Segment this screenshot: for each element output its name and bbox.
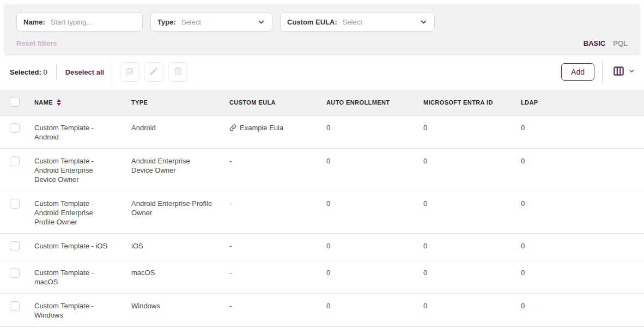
name-filter[interactable]: Name: [16,12,143,32]
row-checkbox-cell [0,241,34,253]
row-ldap: 0 [521,268,644,277]
mode-basic[interactable]: BASIC [584,39,605,47]
edit-button[interactable] [144,62,163,82]
toolbar-left: Selected: 0 Deselect all [10,60,192,83]
row-auto-enrollment: 0 [326,156,423,166]
row-custom-eula: - [229,199,326,208]
row-checkbox[interactable] [10,241,20,251]
row-auto-enrollment: 0 [326,199,423,208]
row-microsoft-entra-id: 0 [423,199,521,208]
deselect-all-button[interactable]: Deselect all [65,68,105,76]
row-ldap: 0 [521,301,644,310]
row-microsoft-entra-id: 0 [423,241,521,251]
column-header-auto-enrollment: AUTO ENROLLMENT [326,99,423,106]
row-checkbox[interactable] [10,199,20,209]
row-custom-eula[interactable]: Example Eula [229,123,326,132]
filter-footer: Reset filters BASIC PQL [16,39,628,47]
table-row: Custom Template - Android Enterprise Pro… [0,191,644,234]
mode-pql[interactable]: PQL [613,39,628,47]
row-auto-enrollment: 0 [326,241,423,251]
row-custom-eula-label: - [229,268,232,277]
divider [112,60,112,83]
row-checkbox-cell [0,268,34,280]
type-filter-value: Select [181,18,257,26]
table-row: Custom Template - macOS macOS - 0 0 0 [0,260,644,294]
add-button[interactable]: Add [561,63,594,81]
row-custom-eula: - [229,241,326,251]
custom-eula-filter[interactable]: Custom EULA: Select [280,12,435,32]
chevron-down-icon [257,18,265,26]
table-row: Custom Template - iOS iOS - 0 0 0 [0,234,644,260]
column-header-type: TYPE [131,99,229,106]
row-checkbox-cell [0,123,34,135]
row-checkbox[interactable] [10,268,20,278]
row-checkbox-cell [0,301,34,313]
column-header-name[interactable]: NAME [34,99,131,106]
row-custom-eula: - [229,156,326,166]
type-filter[interactable]: Type: Select [150,12,272,32]
table-row: Custom Template - Android Enterprise Dev… [0,149,644,191]
row-checkbox-cell [0,156,34,168]
table-body: Custom Template - Android Android Exampl… [0,115,644,327]
edit-icon [149,66,159,78]
custom-eula-filter-label: Custom EULA: [287,18,337,26]
row-name: Custom Template - Android Enterprise Dev… [34,156,131,184]
row-name: Custom Template - macOS [34,268,131,287]
columns-icon [612,65,625,79]
name-filter-label: Name: [23,18,45,26]
link-icon [229,124,236,131]
selected-value: 0 [43,68,47,76]
column-settings-button[interactable] [610,65,637,79]
row-checkbox[interactable] [10,301,20,311]
column-header-ldap: LDAP [521,99,644,106]
custom-eula-filter-value: Select [343,18,420,26]
type-filter-label: Type: [157,18,176,26]
row-microsoft-entra-id: 0 [423,268,521,277]
selected-count: Selected: 0 [10,68,47,76]
reset-filters-link[interactable]: Reset filters [16,39,57,47]
row-ldap: 0 [521,199,644,208]
query-mode-toggle: BASIC PQL [584,39,628,47]
row-name: Custom Template - Android Enterprise Pro… [34,199,131,227]
column-header-name-label: NAME [34,99,53,106]
row-custom-eula-label: - [229,301,232,310]
selected-label: Selected: [10,68,41,76]
column-header-microsoft-entra-id: MICROSOFT ENTRA ID [423,99,521,106]
column-header-custom-eula: CUSTOM EULA [229,99,326,106]
row-name: Custom Template - Android [34,123,131,142]
row-microsoft-entra-id: 0 [423,123,521,132]
divider [602,60,603,83]
row-custom-eula: - [229,268,326,277]
row-custom-eula-label: Example Eula [240,123,283,132]
filter-row: Name: Type: Select Custom EULA: Select [16,12,628,32]
duplicate-icon [124,66,135,78]
toolbar-right: Add [561,60,637,83]
row-checkbox[interactable] [10,123,20,133]
select-all-checkbox[interactable] [10,97,20,107]
row-name: Custom Template - iOS [34,241,131,251]
row-microsoft-entra-id: 0 [423,301,521,310]
row-microsoft-entra-id: 0 [423,156,521,166]
name-filter-input[interactable] [51,18,136,26]
row-ldap: 0 [521,241,644,251]
row-type: Android Enterprise Profile Owner [131,199,229,217]
table-header: NAME TYPE CUSTOM EULA AUTO ENROLLMENT MI… [0,90,644,115]
row-custom-eula-label: - [229,241,232,251]
duplicate-button[interactable] [120,62,139,82]
templates-table: NAME TYPE CUSTOM EULA AUTO ENROLLMENT MI… [0,90,644,327]
row-type: iOS [131,241,229,251]
chevron-down-icon [628,68,635,76]
row-type: macOS [131,268,229,277]
row-ldap: 0 [521,156,644,166]
divider [56,64,57,80]
header-checkbox-cell [0,97,34,108]
row-auto-enrollment: 0 [326,301,423,310]
filter-panel: Name: Type: Select Custom EULA: Select R… [4,4,640,54]
delete-button[interactable] [168,62,187,82]
row-checkbox[interactable] [10,156,20,166]
table-row: Custom Template - Windows Windows - 0 0 … [0,294,644,327]
enrollment-templates-page: Name: Type: Select Custom EULA: Select R… [0,4,644,335]
chevron-down-icon [420,18,428,26]
row-checkbox-cell [0,199,34,211]
toolbar: Selected: 0 Deselect all [0,54,644,90]
